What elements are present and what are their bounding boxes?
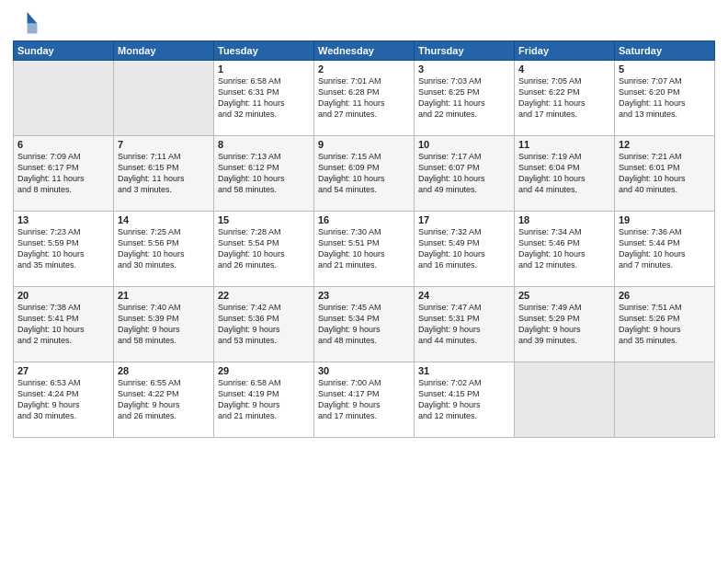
calendar-cell: 12Sunrise: 7:21 AM Sunset: 6:01 PM Dayli…: [615, 136, 715, 212]
calendar-cell: 31Sunrise: 7:02 AM Sunset: 4:15 PM Dayli…: [415, 362, 515, 438]
calendar-cell: 23Sunrise: 7:45 AM Sunset: 5:34 PM Dayli…: [314, 287, 415, 362]
day-number: 8: [218, 139, 310, 150]
calendar-cell: 17Sunrise: 7:32 AM Sunset: 5:49 PM Dayli…: [415, 212, 515, 287]
day-info: Sunrise: 7:13 AM Sunset: 6:12 PM Dayligh…: [218, 151, 310, 196]
day-info: Sunrise: 7:32 AM Sunset: 5:49 PM Dayligh…: [418, 226, 510, 271]
day-info: Sunrise: 7:11 AM Sunset: 6:15 PM Dayligh…: [118, 151, 210, 196]
calendar-cell: 11Sunrise: 7:19 AM Sunset: 6:04 PM Dayli…: [515, 136, 615, 212]
day-info: Sunrise: 7:03 AM Sunset: 6:25 PM Dayligh…: [418, 75, 510, 121]
calendar-cell: [615, 362, 715, 438]
day-number: 28: [118, 365, 210, 376]
calendar-cell: 2Sunrise: 7:01 AM Sunset: 6:28 PM Daylig…: [314, 61, 415, 136]
day-info: Sunrise: 7:02 AM Sunset: 4:15 PM Dayligh…: [418, 377, 510, 422]
day-number: 23: [318, 290, 410, 301]
day-number: 13: [17, 214, 109, 225]
day-number: 10: [418, 139, 510, 150]
calendar-cell: 22Sunrise: 7:42 AM Sunset: 5:36 PM Dayli…: [214, 287, 314, 362]
day-number: 14: [118, 214, 210, 225]
day-number: 7: [118, 139, 210, 150]
day-number: 29: [218, 365, 310, 376]
day-number: 5: [619, 63, 711, 75]
day-number: 25: [518, 290, 610, 301]
day-info: Sunrise: 7:17 AM Sunset: 6:07 PM Dayligh…: [418, 151, 510, 196]
day-info: Sunrise: 7:34 AM Sunset: 5:46 PM Dayligh…: [518, 226, 610, 271]
day-info: Sunrise: 7:47 AM Sunset: 5:31 PM Dayligh…: [418, 302, 510, 347]
day-number: 1: [218, 63, 310, 75]
calendar-cell: [515, 362, 615, 438]
day-number: 19: [619, 214, 711, 225]
day-header-monday: Monday: [114, 41, 214, 61]
day-info: Sunrise: 7:15 AM Sunset: 6:09 PM Dayligh…: [318, 151, 410, 196]
calendar-table: SundayMondayTuesdayWednesdayThursdayFrid…: [13, 40, 715, 438]
day-info: Sunrise: 7:19 AM Sunset: 6:04 PM Dayligh…: [518, 151, 610, 196]
calendar-cell: 29Sunrise: 6:58 AM Sunset: 4:19 PM Dayli…: [214, 362, 314, 438]
calendar-cell: 9Sunrise: 7:15 AM Sunset: 6:09 PM Daylig…: [314, 136, 415, 212]
day-number: 31: [418, 365, 510, 376]
day-number: 24: [418, 290, 510, 301]
calendar-cell: 30Sunrise: 7:00 AM Sunset: 4:17 PM Dayli…: [314, 362, 415, 438]
day-number: 11: [518, 139, 610, 150]
page-header: [13, 9, 715, 35]
calendar-cell: 28Sunrise: 6:55 AM Sunset: 4:22 PM Dayli…: [114, 362, 214, 438]
day-number: 20: [17, 290, 109, 301]
calendar-cell: 16Sunrise: 7:30 AM Sunset: 5:51 PM Dayli…: [314, 212, 415, 287]
day-info: Sunrise: 7:07 AM Sunset: 6:20 PM Dayligh…: [619, 75, 711, 121]
day-header-sunday: Sunday: [14, 41, 114, 61]
day-info: Sunrise: 7:09 AM Sunset: 6:17 PM Dayligh…: [17, 151, 109, 196]
calendar-cell: 10Sunrise: 7:17 AM Sunset: 6:07 PM Dayli…: [415, 136, 515, 212]
day-info: Sunrise: 7:05 AM Sunset: 6:22 PM Dayligh…: [518, 75, 610, 121]
day-header-friday: Friday: [515, 41, 615, 61]
calendar-cell: 21Sunrise: 7:40 AM Sunset: 5:39 PM Dayli…: [114, 287, 214, 362]
logo: [13, 9, 42, 35]
calendar-cell: 19Sunrise: 7:36 AM Sunset: 5:44 PM Dayli…: [615, 212, 715, 287]
day-info: Sunrise: 6:53 AM Sunset: 4:24 PM Dayligh…: [17, 377, 109, 422]
day-info: Sunrise: 7:25 AM Sunset: 5:56 PM Dayligh…: [118, 226, 210, 271]
day-number: 12: [619, 139, 711, 150]
day-number: 30: [318, 365, 410, 376]
day-header-thursday: Thursday: [415, 41, 515, 61]
day-info: Sunrise: 7:21 AM Sunset: 6:01 PM Dayligh…: [619, 151, 711, 196]
calendar-cell: 26Sunrise: 7:51 AM Sunset: 5:26 PM Dayli…: [615, 287, 715, 362]
calendar-cell: 14Sunrise: 7:25 AM Sunset: 5:56 PM Dayli…: [114, 212, 214, 287]
day-info: Sunrise: 7:00 AM Sunset: 4:17 PM Dayligh…: [318, 377, 410, 422]
day-info: Sunrise: 7:38 AM Sunset: 5:41 PM Dayligh…: [17, 302, 109, 347]
day-number: 3: [418, 63, 510, 75]
calendar-cell: 15Sunrise: 7:28 AM Sunset: 5:54 PM Dayli…: [214, 212, 314, 287]
calendar-cell: 8Sunrise: 7:13 AM Sunset: 6:12 PM Daylig…: [214, 136, 314, 212]
svg-marker-1: [28, 24, 38, 34]
svg-marker-0: [28, 12, 38, 23]
calendar-cell: 24Sunrise: 7:47 AM Sunset: 5:31 PM Dayli…: [415, 287, 515, 362]
day-info: Sunrise: 7:42 AM Sunset: 5:36 PM Dayligh…: [218, 302, 310, 347]
day-number: 16: [318, 214, 410, 225]
calendar-week-row: 1Sunrise: 6:58 AM Sunset: 6:31 PM Daylig…: [14, 61, 715, 136]
day-number: 6: [17, 139, 109, 150]
day-number: 21: [118, 290, 210, 301]
day-info: Sunrise: 7:23 AM Sunset: 5:59 PM Dayligh…: [17, 226, 109, 271]
day-info: Sunrise: 7:51 AM Sunset: 5:26 PM Dayligh…: [619, 302, 711, 347]
calendar-cell: 6Sunrise: 7:09 AM Sunset: 6:17 PM Daylig…: [14, 136, 114, 212]
day-number: 4: [518, 63, 610, 75]
calendar-cell: [14, 61, 114, 136]
day-number: 27: [17, 365, 109, 376]
calendar-cell: 3Sunrise: 7:03 AM Sunset: 6:25 PM Daylig…: [415, 61, 515, 136]
calendar-cell: 4Sunrise: 7:05 AM Sunset: 6:22 PM Daylig…: [515, 61, 615, 136]
day-number: 9: [318, 139, 410, 150]
day-number: 15: [218, 214, 310, 225]
day-info: Sunrise: 7:01 AM Sunset: 6:28 PM Dayligh…: [318, 75, 410, 121]
calendar-cell: 20Sunrise: 7:38 AM Sunset: 5:41 PM Dayli…: [14, 287, 114, 362]
day-number: 2: [318, 63, 410, 75]
calendar-cell: [114, 61, 214, 136]
calendar-cell: 27Sunrise: 6:53 AM Sunset: 4:24 PM Dayli…: [14, 362, 114, 438]
calendar-cell: 25Sunrise: 7:49 AM Sunset: 5:29 PM Dayli…: [515, 287, 615, 362]
day-info: Sunrise: 7:45 AM Sunset: 5:34 PM Dayligh…: [318, 302, 410, 347]
calendar-week-row: 13Sunrise: 7:23 AM Sunset: 5:59 PM Dayli…: [14, 212, 715, 287]
calendar-cell: 1Sunrise: 6:58 AM Sunset: 6:31 PM Daylig…: [214, 61, 314, 136]
day-number: 18: [518, 214, 610, 225]
logo-icon: [13, 9, 39, 35]
calendar-header-row: SundayMondayTuesdayWednesdayThursdayFrid…: [14, 41, 715, 61]
day-info: Sunrise: 7:36 AM Sunset: 5:44 PM Dayligh…: [619, 226, 711, 271]
day-number: 17: [418, 214, 510, 225]
day-header-saturday: Saturday: [615, 41, 715, 61]
day-header-wednesday: Wednesday: [314, 41, 415, 61]
day-number: 26: [619, 290, 711, 301]
